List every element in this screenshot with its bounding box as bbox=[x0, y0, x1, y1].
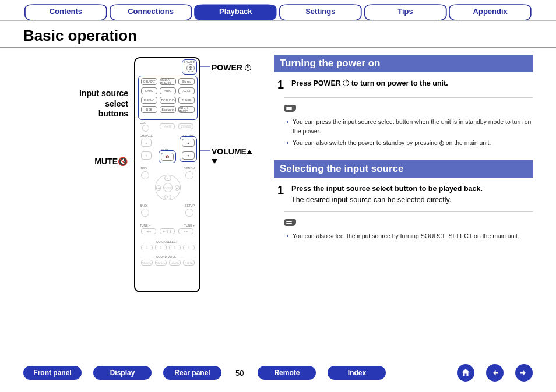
callout-volume: VOLUME bbox=[212, 147, 256, 165]
footer-front-panel-button[interactable]: Front panel bbox=[23, 366, 82, 380]
tab-settings[interactable]: Settings bbox=[278, 3, 363, 20]
note-icon bbox=[284, 219, 296, 226]
triangle-up-icon bbox=[247, 150, 252, 154]
step-text: Press POWER to turn on power to the unit… bbox=[291, 79, 448, 87]
section-heading-source: Selecting the input source bbox=[274, 160, 533, 178]
note-icon bbox=[284, 105, 296, 112]
tab-playback[interactable]: Playback bbox=[193, 3, 278, 20]
notes-power: You can press the input source select bu… bbox=[287, 118, 533, 147]
home-icon bbox=[460, 368, 471, 378]
page-title: Basic operation bbox=[0, 21, 556, 48]
footer-rear-panel-button[interactable]: Rear panel bbox=[163, 366, 221, 380]
tab-label: Contents bbox=[50, 7, 82, 16]
step-text: Press the input source select button to … bbox=[291, 183, 533, 195]
notes-source: You can also select the input source by … bbox=[287, 232, 533, 241]
callout-power: POWER bbox=[212, 63, 251, 72]
triangle-down-icon bbox=[212, 159, 217, 164]
tab-tips[interactable]: Tips bbox=[363, 3, 448, 20]
footer-display-button[interactable]: Display bbox=[93, 366, 152, 380]
tab-appendix[interactable]: Appendix bbox=[448, 3, 533, 20]
step-number: 1 bbox=[277, 78, 286, 91]
footer-index-button[interactable]: Index bbox=[328, 366, 386, 380]
arrow-left-icon bbox=[490, 368, 500, 378]
power-icon bbox=[439, 141, 444, 146]
home-button[interactable] bbox=[457, 364, 474, 382]
tab-label: Tips bbox=[397, 7, 413, 16]
step-source: 1 Press the input source select button t… bbox=[277, 183, 533, 206]
note-item: You can also switch the power to standby… bbox=[287, 139, 533, 148]
note-item: You can also select the input source by … bbox=[287, 232, 533, 241]
tab-label: Settings bbox=[305, 7, 335, 16]
remote-illustration: POWER Input source select buttons VOLUME… bbox=[23, 55, 256, 299]
note-item: You can press the input source select bu… bbox=[287, 118, 533, 136]
footer-remote-button[interactable]: Remote bbox=[258, 366, 316, 380]
callout-mute: MUTE🔇 bbox=[79, 157, 128, 166]
top-tabs: Contents Connections Playback Settings T… bbox=[0, 0, 556, 21]
step-power: 1 Press POWER to turn on power to the un… bbox=[277, 78, 533, 91]
mute-icon: 🔇 bbox=[118, 157, 128, 166]
tab-label: Appendix bbox=[473, 7, 508, 16]
next-page-button[interactable] bbox=[515, 364, 533, 382]
callout-input-source: Input source select buttons bbox=[58, 89, 128, 119]
page-number: 50 bbox=[233, 369, 246, 377]
remote-body: POWER CBL/SAT MEDIA PLAYER Blu-ray GAME … bbox=[134, 57, 200, 292]
tab-contents[interactable]: Contents bbox=[23, 3, 108, 20]
arrow-right-icon bbox=[519, 368, 529, 378]
tab-label: Connections bbox=[128, 7, 174, 16]
tab-connections[interactable]: Connections bbox=[108, 3, 193, 20]
step-number: 1 bbox=[277, 183, 286, 206]
tab-label: Playback bbox=[219, 7, 252, 16]
footer: Front panel Display Rear panel 50 Remote… bbox=[0, 364, 556, 382]
power-icon bbox=[245, 65, 251, 71]
power-icon bbox=[343, 80, 349, 86]
section-heading-power: Turning the power on bbox=[274, 55, 533, 72]
step-subtext: The desired input source can be selected… bbox=[291, 195, 533, 206]
prev-page-button[interactable] bbox=[486, 364, 504, 382]
